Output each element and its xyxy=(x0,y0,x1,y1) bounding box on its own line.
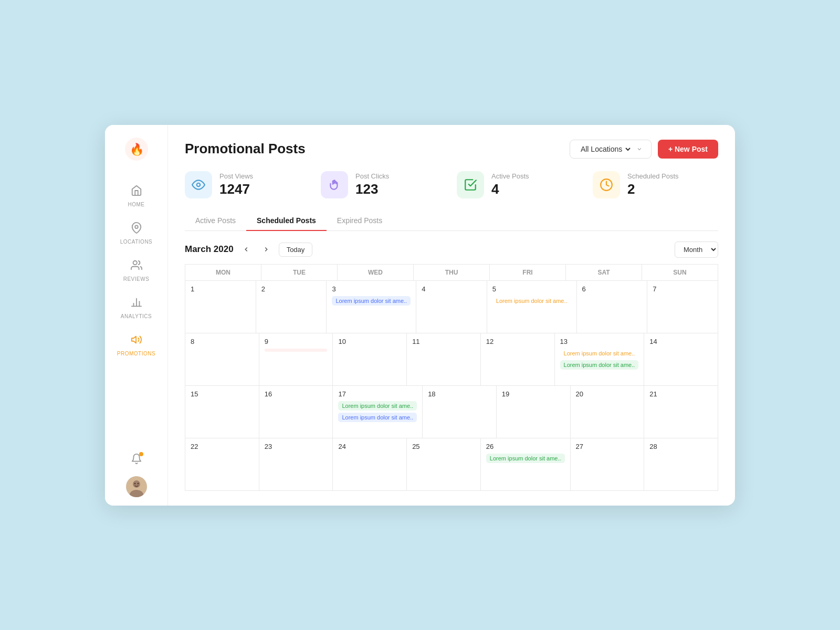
home-icon xyxy=(131,185,142,200)
cal-event-3-0[interactable]: Lorem ipsum dolor sit ame.. xyxy=(332,296,411,306)
cal-event-13-1[interactable]: Lorem ipsum dolor sit ame.. xyxy=(560,360,639,370)
cal-day-25[interactable]: 25 xyxy=(407,438,481,491)
cal-day-num-27: 27 xyxy=(576,443,639,450)
prev-month-button[interactable] xyxy=(239,242,254,257)
tabs: Active Posts Scheduled Posts Expired Pos… xyxy=(185,211,718,231)
cal-day-3[interactable]: 3Lorem ipsum dolor sit ame.. xyxy=(327,281,416,333)
cal-day-num-6: 6 xyxy=(582,285,642,293)
location-dropdown[interactable]: All Locations xyxy=(579,144,632,154)
stat-icon-views xyxy=(185,171,212,198)
cal-week-1: 123Lorem ipsum dolor sit ame..45Lorem ip… xyxy=(185,281,718,333)
cal-day-12[interactable]: 12 xyxy=(481,333,555,386)
calendar-body: 123Lorem ipsum dolor sit ame..45Lorem ip… xyxy=(185,281,718,491)
tab-scheduled-posts[interactable]: Scheduled Posts xyxy=(246,211,327,231)
cal-day-16[interactable]: 16 xyxy=(259,386,333,438)
cal-day-2[interactable]: 2 xyxy=(256,281,327,333)
day-header-sun: Sun xyxy=(642,265,718,281)
today-button[interactable]: Today xyxy=(279,243,313,257)
cal-day-8[interactable]: 8 xyxy=(185,333,259,386)
svg-point-14 xyxy=(197,183,201,186)
cal-week-2: 8910111213Lorem ipsum dolor sit ame..Lor… xyxy=(185,333,718,386)
cal-day-14[interactable]: 14 xyxy=(644,333,718,386)
cal-day-15[interactable]: 15 xyxy=(185,386,259,438)
cal-day-18[interactable]: 18 xyxy=(423,386,497,438)
cal-day-11[interactable]: 11 xyxy=(407,333,481,386)
next-month-button[interactable] xyxy=(259,242,274,257)
cal-event-9-0[interactable] xyxy=(265,349,328,352)
stat-info-clicks: Post Clicks 123 xyxy=(355,172,389,197)
stats-row: Post Views 1247 Post Clicks 123 Active xyxy=(185,171,718,198)
tab-expired-posts[interactable]: Expired Posts xyxy=(327,211,393,231)
cal-day-num-5: 5 xyxy=(492,285,571,293)
cal-day-19[interactable]: 19 xyxy=(497,386,571,438)
calendar-controls: March 2020 Today Month xyxy=(185,242,718,258)
calendar-grid: Mon Tue Wed Thu Fri Sat Sun 123Lorem ips… xyxy=(185,264,718,491)
locations-icon xyxy=(131,222,142,237)
cal-day-13[interactable]: 13Lorem ipsum dolor sit ame..Lorem ipsum… xyxy=(555,333,645,386)
cal-day-num-21: 21 xyxy=(649,390,712,398)
notification-dot xyxy=(139,452,143,456)
cal-day-27[interactable]: 27 xyxy=(571,438,645,491)
cal-event-17-1[interactable]: Lorem ipsum dolor sit ame.. xyxy=(338,413,417,422)
stat-info-scheduled: Scheduled Posts 2 xyxy=(627,172,679,197)
cal-day-20[interactable]: 20 xyxy=(571,386,645,438)
sidebar-item-label-promotions: PROMOTIONS xyxy=(117,351,155,356)
cal-day-23[interactable]: 23 xyxy=(259,438,333,491)
svg-marker-8 xyxy=(131,336,135,343)
cal-day-4[interactable]: 4 xyxy=(416,281,487,333)
cal-day-9[interactable]: 9 xyxy=(259,333,333,386)
sidebar-item-label-home: HOME xyxy=(128,202,145,207)
svg-text:🔥: 🔥 xyxy=(129,142,144,156)
cal-day-24[interactable]: 24 xyxy=(333,438,407,491)
notification-button[interactable] xyxy=(131,453,142,468)
calendar-month-title: March 2020 xyxy=(185,244,234,255)
cal-day-7[interactable]: 7 xyxy=(647,281,718,333)
cal-day-num-16: 16 xyxy=(265,390,328,398)
cal-day-6[interactable]: 6 xyxy=(577,281,648,333)
stat-card-clicks: Post Clicks 123 xyxy=(321,171,446,198)
day-header-tue: Tue xyxy=(261,265,338,281)
cal-day-21[interactable]: 21 xyxy=(644,386,718,438)
cal-day-num-22: 22 xyxy=(191,443,254,450)
cal-day-22[interactable]: 22 xyxy=(185,438,259,491)
svg-point-12 xyxy=(134,482,135,484)
stat-label-active: Active Posts xyxy=(491,172,529,180)
new-post-button[interactable]: + New Post xyxy=(658,140,718,159)
cal-day-28[interactable]: 28 xyxy=(644,438,718,491)
tab-active-posts[interactable]: Active Posts xyxy=(185,211,246,231)
sidebar-item-locations[interactable]: LOCATIONS xyxy=(113,217,160,250)
stat-value-active: 4 xyxy=(491,181,529,197)
location-selector[interactable]: All Locations xyxy=(570,140,652,159)
sidebar-item-reviews[interactable]: REVIEWS xyxy=(113,254,160,287)
cal-day-num-3: 3 xyxy=(332,285,411,293)
sidebar-item-analytics[interactable]: ANALYTICS xyxy=(113,291,160,324)
main-content: Promotional Posts All Locations + New Po… xyxy=(168,125,735,506)
cal-day-1[interactable]: 1 xyxy=(185,281,256,333)
cal-day-17[interactable]: 17Lorem ipsum dolor sit ame..Lorem ipsum… xyxy=(333,386,423,438)
user-avatar[interactable] xyxy=(126,476,147,497)
sidebar-item-label-reviews: REVIEWS xyxy=(123,276,150,282)
page-header: Promotional Posts All Locations + New Po… xyxy=(185,140,718,159)
stat-value-views: 1247 xyxy=(219,181,253,197)
stat-label-scheduled: Scheduled Posts xyxy=(627,172,679,180)
stat-icon-active xyxy=(457,171,484,198)
cal-day-num-15: 15 xyxy=(191,390,254,398)
cal-event-5-0[interactable]: Lorem ipsum dolor sit ame.. xyxy=(492,296,571,306)
cal-day-num-2: 2 xyxy=(261,285,321,293)
sidebar-item-promotions[interactable]: PROMOTIONS xyxy=(113,329,160,362)
sidebar-nav: HOME LOCATIONS REVIEWS ANALYTICS xyxy=(113,180,160,453)
cal-day-num-18: 18 xyxy=(428,390,491,398)
cal-event-17-0[interactable]: Lorem ipsum dolor sit ame.. xyxy=(338,401,417,411)
cal-event-13-0[interactable]: Lorem ipsum dolor sit ame.. xyxy=(560,349,639,358)
stat-info-views: Post Views 1247 xyxy=(219,172,253,197)
stat-card-active: Active Posts 4 xyxy=(457,171,582,198)
svg-point-3 xyxy=(133,260,136,264)
cal-day-num-20: 20 xyxy=(576,390,639,398)
calendar-view-select[interactable]: Month xyxy=(675,242,718,258)
cal-day-10[interactable]: 10 xyxy=(333,333,407,386)
cal-day-26[interactable]: 26Lorem ipsum dolor sit ame.. xyxy=(481,438,571,491)
sidebar-item-home[interactable]: HOME xyxy=(113,180,160,213)
cal-event-26-0[interactable]: Lorem ipsum dolor sit ame.. xyxy=(486,454,565,463)
cal-day-5[interactable]: 5Lorem ipsum dolor sit ame.. xyxy=(487,281,577,333)
cal-week-4: 2223242526Lorem ipsum dolor sit ame..272… xyxy=(185,438,718,491)
